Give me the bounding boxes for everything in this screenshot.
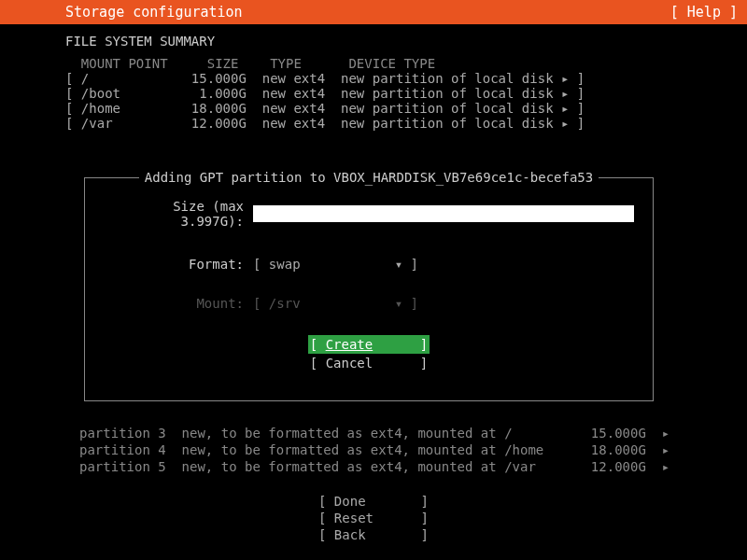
add-partition-dialog: Adding GPT partition to VBOX_HARDDISK_VB… [84, 177, 654, 401]
size-field: Size (max 3.997G): [85, 199, 653, 229]
pending-row[interactable]: partition 4 new, to be formatted as ext4… [79, 441, 669, 458]
size-input[interactable] [253, 205, 634, 222]
cancel-button[interactable]: [ Cancel ] [310, 356, 428, 371]
dialog-buttons: [ Create ] [ Cancel ] [85, 335, 653, 372]
main-content: FILE SYSTEM SUMMARY MOUNT POINT SIZE TYP… [0, 24, 747, 131]
pending-list: partition 3 new, to be formatted as ext4… [79, 425, 669, 475]
summary-row[interactable]: [ / 15.000G new ext4 new partition of lo… [65, 71, 738, 86]
page-title: Storage configuration [65, 4, 243, 21]
summary-heading: FILE SYSTEM SUMMARY [65, 34, 738, 49]
back-button[interactable]: [ Back ] [0, 526, 747, 543]
done-button[interactable]: [ Done ] [0, 493, 747, 510]
format-label: Format: [104, 257, 253, 272]
pending-row[interactable]: partition 5 new, to be formatted as ext4… [79, 458, 669, 475]
summary-row[interactable]: [ /home 18.000G new ext4 new partition o… [65, 101, 738, 116]
reset-button[interactable]: [ Reset ] [0, 510, 747, 526]
summary-row[interactable]: [ /boot 1.000G new ext4 new partition of… [65, 86, 738, 101]
mount-field: Mount: [ /srv ▾ ] [85, 296, 653, 311]
mount-label: Mount: [104, 296, 253, 311]
format-field: Format: [ swap ▾ ] [85, 257, 653, 272]
size-label: Size (max 3.997G): [104, 199, 253, 229]
footer-buttons: [ Done ] [ Reset ] [ Back ] [0, 493, 747, 543]
create-button[interactable]: [ Create ] [308, 335, 430, 354]
header-bar: Storage configuration [ Help ] [0, 0, 747, 24]
summary-row[interactable]: [ /var 12.000G new ext4 new partition of… [65, 116, 738, 131]
mount-select: [ /srv ▾ ] [253, 296, 418, 311]
pending-row[interactable]: partition 3 new, to be formatted as ext4… [79, 425, 669, 441]
format-select[interactable]: [ swap ▾ ] [253, 257, 418, 272]
summary-columns: MOUNT POINT SIZE TYPE DEVICE TYPE [65, 56, 738, 71]
dialog-title: Adding GPT partition to VBOX_HARDDISK_VB… [85, 170, 653, 185]
help-button[interactable]: [ Help ] [670, 4, 738, 21]
